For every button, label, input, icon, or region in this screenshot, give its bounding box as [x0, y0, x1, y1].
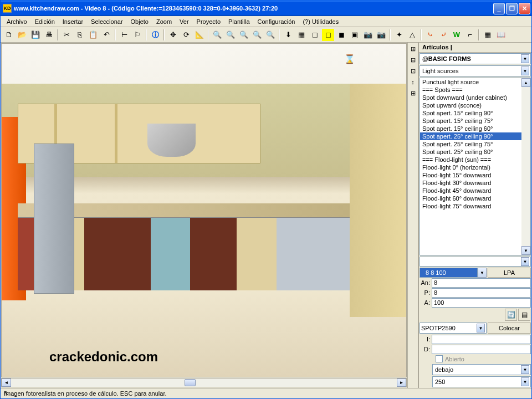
tool-a-icon[interactable]: ✦: [393, 29, 405, 41]
menu-zoom[interactable]: Zoom: [152, 17, 176, 26]
zoom-in-icon[interactable]: 🔍: [211, 29, 223, 41]
scroll-track[interactable]: [11, 378, 397, 387]
scroll-down-icon[interactable]: ▼: [521, 246, 530, 255]
list-item[interactable]: Spot apert. 15° ceiling 75°: [420, 117, 530, 125]
scroll-thumb[interactable]: [185, 379, 196, 386]
h-scrollbar[interactable]: ◄ ►: [1, 378, 407, 387]
copy-icon[interactable]: ⎘: [74, 29, 86, 41]
list-item[interactable]: Flood-light 0° (horizontal): [420, 163, 530, 171]
list-item[interactable]: Flood-light 75° downward: [420, 202, 530, 210]
angle-icon[interactable]: 📐: [193, 29, 206, 41]
side-tool-3-icon[interactable]: ⊡: [408, 66, 418, 76]
flag-icon[interactable]: ⚐: [131, 29, 144, 41]
view-hidden-icon[interactable]: ◻: [322, 29, 334, 41]
open-checkbox[interactable]: [436, 355, 443, 362]
side-tool-5-icon[interactable]: ⊞: [408, 88, 418, 98]
menu-objeto[interactable]: Objeto: [127, 17, 152, 26]
value-dropdown[interactable]: 250 ▼: [432, 376, 531, 387]
menu-seleccionar[interactable]: Seleccionar: [87, 17, 126, 26]
list-item[interactable]: Spot upward (sconce): [420, 101, 530, 109]
tool-w-icon[interactable]: W: [451, 29, 463, 41]
zoom-prev-icon[interactable]: 🔍: [264, 29, 277, 41]
close-button[interactable]: ✕: [519, 3, 530, 14]
chevron-down-icon[interactable]: ▼: [521, 66, 529, 75]
menu-proyecto[interactable]: Proyecto: [193, 17, 224, 26]
scroll-up-icon[interactable]: ▲: [521, 78, 530, 87]
spacer-dropdown[interactable]: ▼: [420, 257, 531, 267]
menu-plantilla[interactable]: Plantilla: [224, 17, 254, 26]
list-item[interactable]: Spot downward (under cabinet): [420, 94, 530, 101]
paste-icon[interactable]: 📋: [87, 29, 99, 41]
chevron-down-icon[interactable]: ▼: [521, 377, 529, 386]
tool-e-icon[interactable]: ⌐: [464, 29, 476, 41]
side-tool-4-icon[interactable]: ↕: [408, 77, 418, 87]
print-icon[interactable]: 🖶: [43, 29, 55, 41]
menu-insertar[interactable]: Insertar: [59, 17, 87, 26]
tool-d-icon[interactable]: ⤶: [437, 29, 449, 41]
list-item[interactable]: Spot apert. 25° ceiling 75°: [420, 140, 530, 148]
book-icon[interactable]: 📖: [495, 29, 507, 41]
d-input[interactable]: [432, 345, 531, 354]
palette-icon[interactable]: ▦: [482, 29, 494, 41]
menu-archivo[interactable]: Archivo: [3, 17, 31, 26]
minimize-button[interactable]: _: [493, 3, 505, 14]
undo-icon[interactable]: ↶: [100, 29, 112, 41]
scroll-right-icon[interactable]: ►: [397, 378, 406, 387]
list-icon[interactable]: ▤: [518, 309, 530, 321]
refresh-icon[interactable]: 🔄: [505, 309, 517, 321]
side-tool-2-icon[interactable]: ⊟: [408, 55, 418, 65]
position-dropdown[interactable]: debajo ▼: [432, 364, 531, 375]
chevron-down-icon[interactable]: ▼: [477, 324, 485, 332]
chevron-down-icon[interactable]: ▼: [478, 268, 487, 278]
chevron-down-icon[interactable]: ▼: [521, 54, 529, 63]
camera2-icon[interactable]: 📷: [375, 29, 387, 41]
view-wire-icon[interactable]: ◻: [309, 29, 321, 41]
view-shade-icon[interactable]: ◼: [335, 29, 347, 41]
scroll-left-icon[interactable]: ◄: [2, 378, 11, 387]
view-top-icon[interactable]: ⬇: [282, 29, 294, 41]
chevron-down-icon[interactable]: ▼: [521, 257, 529, 266]
list-item[interactable]: Flood-light 30° downward: [420, 179, 530, 187]
side-tool-1-icon[interactable]: ⊞: [408, 44, 418, 54]
tool-b-icon[interactable]: △: [406, 29, 418, 41]
open-icon[interactable]: 📂: [16, 29, 28, 41]
product-code-dropdown[interactable]: SPOTP2590 ▼: [420, 323, 487, 334]
height-input[interactable]: [432, 298, 531, 308]
depth-input[interactable]: [432, 288, 531, 298]
menu-edicion[interactable]: Edición: [31, 17, 59, 26]
tool-c-icon[interactable]: ⤷: [424, 29, 436, 41]
category-dropdown[interactable]: Light sources ▼: [420, 65, 531, 76]
place-button[interactable]: Colocar: [488, 323, 531, 334]
menu-utilidades[interactable]: (?) Utilidades: [299, 17, 342, 26]
list-item[interactable]: Flood-light 15° downward: [420, 171, 530, 179]
list-item[interactable]: === Flood-light (sun) ===: [420, 156, 530, 163]
info-icon[interactable]: ⓘ: [149, 29, 161, 41]
menu-configuracion[interactable]: Configuración: [254, 17, 299, 26]
list-item[interactable]: Flood-light 45° downward: [420, 187, 530, 195]
measure-icon[interactable]: ⊢: [118, 29, 130, 41]
list-item[interactable]: Spot apert. 15° ceiling 60°: [420, 125, 530, 132]
cut-icon[interactable]: ✂: [60, 29, 73, 41]
view-real-icon[interactable]: ▣: [349, 29, 361, 41]
items-listbox[interactable]: Punctual light source=== Spots ===Spot d…: [420, 78, 531, 255]
new-icon[interactable]: 🗋: [3, 29, 15, 41]
cursor-icon[interactable]: ↖: [1, 388, 11, 398]
zoom-out-icon[interactable]: 🔍: [224, 29, 237, 41]
save-icon[interactable]: 💾: [29, 29, 42, 41]
list-item[interactable]: === Spots ===: [420, 86, 530, 94]
list-item[interactable]: Punctual light source: [420, 78, 530, 86]
camera-icon[interactable]: 📷: [362, 29, 374, 41]
list-item[interactable]: Spot apert. 15° ceiling 90°: [420, 109, 530, 117]
menu-ver[interactable]: Ver: [176, 17, 193, 26]
zoom-window-icon[interactable]: 🔍: [251, 29, 263, 41]
i-input[interactable]: [432, 335, 531, 344]
move-icon[interactable]: ✥: [167, 29, 179, 41]
view-elev-icon[interactable]: ▦: [295, 29, 308, 41]
width-input[interactable]: [432, 278, 531, 288]
list-item[interactable]: Flood-light 60° downward: [420, 195, 530, 202]
rotate-icon[interactable]: ⟳: [180, 29, 192, 41]
catalog-dropdown[interactable]: @BASIC FORMS ▼: [420, 53, 531, 64]
chevron-down-icon[interactable]: ▼: [521, 365, 529, 374]
maximize-button[interactable]: ❐: [506, 3, 518, 14]
list-item[interactable]: Spot apert. 25° ceiling 90°: [420, 132, 530, 140]
